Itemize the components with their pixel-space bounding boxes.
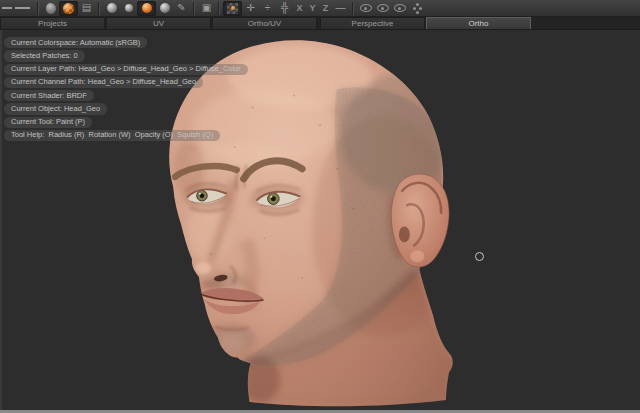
hud-shader: Current Shader: BRDF [4, 90, 94, 101]
eye-icon [377, 4, 389, 12]
3d-viewport[interactable]: Current Colorspace: Automatic (sRGB) Sel… [0, 30, 640, 410]
dots-icon [413, 7, 416, 10]
hud-tool: Current Tool: Paint (P) [4, 117, 92, 128]
toolbar-separator [352, 2, 354, 15]
symmetry-axis-x-button[interactable]: X [293, 1, 306, 16]
visibility-eye-icon-3[interactable] [391, 1, 408, 16]
symmetry-axis-y-button[interactable]: Y [306, 1, 319, 16]
eye-icon [394, 4, 406, 12]
viewport-tab-bar: Projects UV Ortho/UV Perspective Ortho [0, 17, 640, 30]
tab-ortho[interactable]: Ortho [426, 17, 531, 29]
symmetry-grid-icon[interactable]: ╬ [276, 1, 293, 16]
tab-perspective[interactable]: Perspective [320, 17, 425, 29]
paint-buffer-checker-icon[interactable] [223, 1, 242, 16]
dot-cluster-icon[interactable] [408, 1, 425, 16]
hud-colorspace: Current Colorspace: Automatic (sRGB) [4, 37, 147, 48]
tab-bar-filler [532, 17, 640, 29]
hud-tool-help: Tool Help: Radius (R) Rotation (W) Opaci… [4, 130, 220, 141]
sphere-icon [160, 3, 170, 13]
brush-tool-icon[interactable] [42, 1, 59, 16]
symmetry-axis-z-button[interactable]: Z [319, 1, 332, 16]
sphere-icon [107, 3, 117, 13]
textured-ball-icon [63, 3, 74, 14]
toolbar-separator [193, 2, 195, 15]
dash-icon[interactable]: — [332, 1, 349, 16]
lighting-full-icon[interactable] [137, 1, 156, 16]
tab-uv[interactable]: UV [106, 17, 211, 29]
ear [391, 174, 449, 267]
brush-blob-icon [46, 3, 56, 14]
visibility-eye-icon-1[interactable] [357, 1, 374, 16]
brush-cursor [475, 252, 484, 261]
visibility-eye-icon-2[interactable] [374, 1, 391, 16]
checker-icon [227, 3, 238, 14]
orange-sphere-icon [142, 3, 152, 13]
mirror-frame-icon[interactable]: ▣ [198, 1, 215, 16]
hud-layer-path: Current Layer Path: Head_Geo > Diffuse_H… [4, 64, 248, 75]
tab-ortho-uv[interactable]: Ortho/UV [212, 17, 317, 29]
eye-icon [360, 4, 372, 12]
application-window: ▤ ✎ ▣ ✛ ÷ ╬ X Y Z — Projects UV Ortho/UV… [0, 0, 640, 413]
lighting-basic-icon[interactable] [120, 1, 137, 16]
tab-projects[interactable]: Projects [0, 17, 105, 29]
lighting-shadow-icon[interactable] [156, 1, 173, 16]
image-stamp-icon[interactable]: ▤ [78, 1, 95, 16]
pencil-slash-icon[interactable]: ✎ [173, 1, 190, 16]
main-toolbar: ▤ ✎ ▣ ✛ ÷ ╬ X Y Z — [0, 0, 640, 17]
hud-object: Current Object: Head_Geo [4, 103, 107, 114]
hud-channel-path: Current Channel Path: Head_Geo > Diffuse… [4, 77, 203, 88]
sphere-icon [125, 4, 133, 12]
toolbar-separator [98, 2, 100, 15]
paint-through-tool-icon[interactable] [59, 1, 78, 16]
toolbar-slider[interactable] [2, 1, 34, 16]
viewport-hud: Current Colorspace: Automatic (sRGB) Sel… [4, 37, 248, 143]
toolbar-separator [218, 2, 220, 15]
symmetry-divide-icon[interactable]: ÷ [259, 1, 276, 16]
hud-selected-patches: Selected Patches: 0 [4, 50, 85, 61]
symmetry-cross-icon[interactable]: ✛ [242, 1, 259, 16]
lighting-flat-icon[interactable] [103, 1, 120, 16]
toolbar-separator [37, 2, 39, 15]
